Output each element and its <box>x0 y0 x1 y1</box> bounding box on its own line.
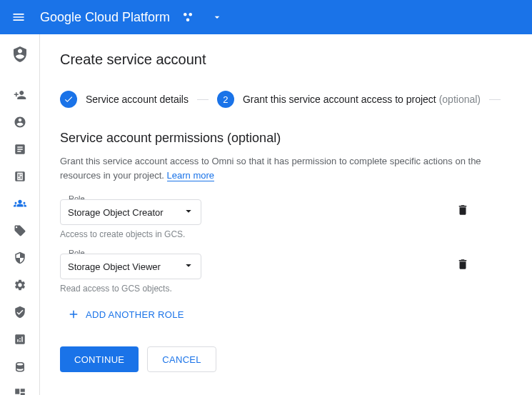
sidebar-item-org-policy[interactable] <box>11 170 29 183</box>
app-header: Google Cloud Platform <box>0 0 532 34</box>
step1-badge-complete-icon[interactable] <box>60 91 77 108</box>
svg-point-0 <box>184 13 187 16</box>
caret-down-icon <box>182 205 195 220</box>
svg-point-2 <box>186 19 190 22</box>
main-content: Create service account Service account d… <box>40 34 532 395</box>
sidebar-item-security-shield[interactable] <box>11 306 29 319</box>
role-field-1: Role Storage Object Viewer <box>60 254 201 279</box>
role-hint-0: Access to create objects in GCS. <box>60 229 512 239</box>
header-icons <box>181 11 223 24</box>
role-field-0: Role Storage Object Creator <box>60 199 201 225</box>
add-role-label: ADD ANOTHER ROLE <box>86 309 184 320</box>
sidebar-item-policy[interactable] <box>11 143 29 156</box>
role-value-0: Storage Object Creator <box>68 207 164 218</box>
step2-badge[interactable]: 2 <box>217 91 234 108</box>
step2-optional: (optional) <box>439 94 481 105</box>
role-value-1: Storage Object Viewer <box>68 261 161 272</box>
logo-text: Google Cloud Platform <box>40 10 170 25</box>
sidebar <box>0 34 40 395</box>
iam-shield-icon[interactable] <box>11 46 29 63</box>
section-description: Grant this service account access to Omn… <box>60 154 512 182</box>
svg-point-1 <box>189 13 193 16</box>
dropdown-caret-icon[interactable] <box>211 11 223 23</box>
step-divider-2 <box>489 99 501 100</box>
sidebar-item-service-accounts[interactable] <box>11 197 29 210</box>
sidebar-item-labels[interactable] <box>11 224 29 237</box>
caret-down-icon <box>182 259 195 274</box>
step-divider <box>197 99 209 100</box>
menu-icon[interactable] <box>11 10 26 24</box>
step2-label: Grant this service account access to pro… <box>243 94 436 105</box>
sidebar-item-roles[interactable] <box>11 360 29 373</box>
section-desc-text: Grant this service account access to Omn… <box>60 156 481 181</box>
role-select-1[interactable]: Storage Object Viewer <box>60 254 201 279</box>
cancel-button[interactable]: CANCEL <box>147 346 216 372</box>
delete-role-button-0[interactable] <box>456 204 469 219</box>
sidebar-item-settings[interactable] <box>11 279 29 291</box>
button-row: CONTINUE CANCEL <box>60 346 512 372</box>
continue-button[interactable]: CONTINUE <box>60 346 139 372</box>
add-another-role-button[interactable]: ADD ANOTHER ROLE <box>67 308 512 321</box>
sidebar-item-audit-logs[interactable] <box>11 387 29 395</box>
stepper: Service account details 2 Grant this ser… <box>60 91 512 108</box>
sidebar-item-quotas[interactable] <box>11 333 29 346</box>
sidebar-item-privacy[interactable] <box>11 251 29 264</box>
role-block-0: Role Storage Object Creator Access to cr… <box>60 199 512 239</box>
project-selector-icon[interactable] <box>181 11 194 24</box>
step2-label-wrap[interactable]: Grant this service account access to pro… <box>243 94 481 105</box>
sidebar-item-add-person[interactable] <box>11 89 29 101</box>
role-select-0[interactable]: Storage Object Creator <box>60 199 201 225</box>
role-hint-1: Read access to GCS objects. <box>60 284 512 294</box>
section-title: Service account permissions (optional) <box>60 131 512 146</box>
sidebar-item-identity[interactable] <box>11 116 29 129</box>
delete-role-button-1[interactable] <box>456 258 469 274</box>
learn-more-link[interactable]: Learn more <box>167 170 214 181</box>
role-block-1: Role Storage Object Viewer Read access t… <box>60 254 512 294</box>
step1-label[interactable]: Service account details <box>86 94 189 105</box>
page-title: Create service account <box>60 51 512 68</box>
